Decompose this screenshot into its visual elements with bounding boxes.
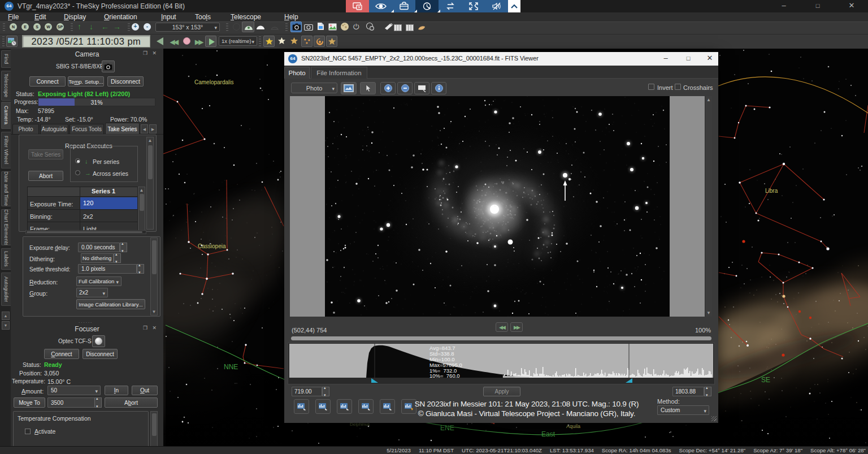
svg-text:Camelopardalis: Camelopardalis xyxy=(194,79,233,85)
svg-text:Cassiopeia: Cassiopeia xyxy=(198,243,226,249)
svg-text:SE: SE xyxy=(761,376,770,384)
svg-text:East: East xyxy=(541,430,555,438)
svg-text:Libra: Libra xyxy=(765,188,778,194)
svg-text:Aquila: Aquila xyxy=(566,423,580,429)
svg-text:NNE: NNE xyxy=(224,363,238,371)
svg-text:10%= 760.0: 10%= 760.0 xyxy=(429,373,460,379)
svg-text:ENE: ENE xyxy=(440,424,454,432)
